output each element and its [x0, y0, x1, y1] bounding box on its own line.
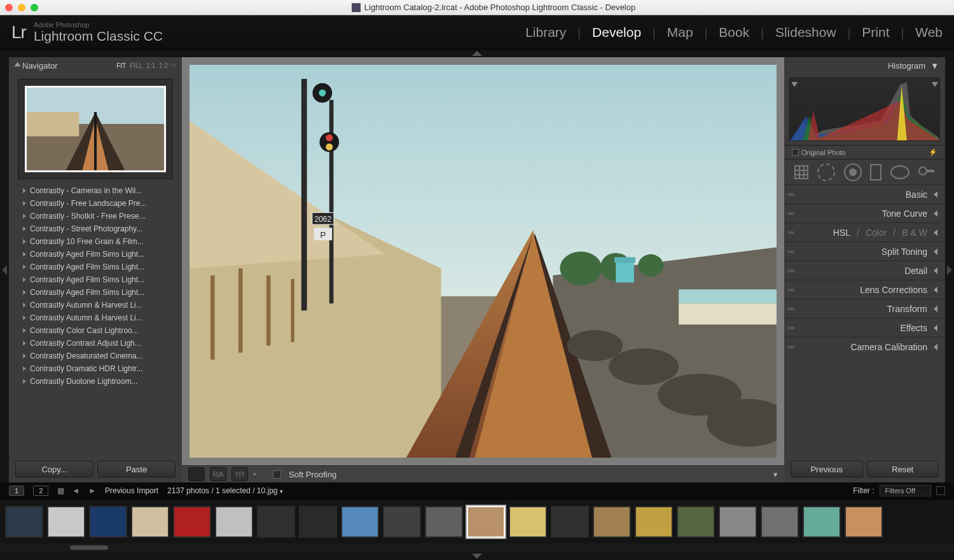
- filmstrip-thumb[interactable]: [593, 506, 631, 538]
- right-panel-toggle[interactable]: [945, 57, 954, 482]
- navigator-preview[interactable]: [18, 79, 173, 179]
- module-tab-web[interactable]: Web: [915, 25, 943, 40]
- module-tab-print[interactable]: Print: [862, 25, 889, 40]
- toolbar-menu-icon[interactable]: ▾: [773, 470, 778, 479]
- preset-folder[interactable]: Contrastly Color Cast Lightroo...: [9, 324, 182, 337]
- panel-switch-icon[interactable]: [788, 289, 794, 291]
- panel-header-hsl[interactable]: HSL/Color/B & W: [784, 222, 945, 242]
- filmstrip-thumb[interactable]: [47, 506, 85, 538]
- panel-switch-icon[interactable]: [788, 346, 794, 348]
- panel-header-effects[interactable]: Effects: [784, 318, 945, 337]
- next-photo-icon[interactable]: ►: [88, 486, 96, 495]
- filmstrip-thumb[interactable]: [131, 506, 169, 538]
- panel-switch-icon[interactable]: [788, 231, 794, 234]
- spot-removal-icon[interactable]: [817, 163, 835, 181]
- histogram-chart[interactable]: [789, 78, 940, 141]
- adjustment-brush-icon[interactable]: [918, 165, 936, 179]
- maximize-icon[interactable]: [31, 4, 38, 11]
- filmstrip-thumb[interactable]: [467, 506, 505, 538]
- filmstrip-thumb[interactable]: [509, 506, 547, 538]
- panel-switch-icon[interactable]: [788, 250, 794, 253]
- display-2-button[interactable]: 2: [33, 486, 48, 496]
- image-canvas[interactable]: 2062 P: [190, 65, 777, 458]
- module-tab-slideshow[interactable]: Slideshow: [775, 25, 836, 40]
- copy-button[interactable]: Copy...: [15, 461, 93, 477]
- zoom-fit[interactable]: FIT: [116, 62, 126, 69]
- panel-switch-icon[interactable]: [788, 212, 794, 215]
- filmstrip-thumb[interactable]: [89, 506, 127, 538]
- zoom-1-1[interactable]: 1:1: [146, 62, 155, 69]
- filter-select[interactable]: Filters Off: [880, 485, 931, 496]
- module-tab-map[interactable]: Map: [667, 25, 693, 40]
- panel-header-detail[interactable]: Detail: [784, 261, 945, 280]
- redeye-tool-icon[interactable]: [844, 163, 862, 181]
- source-label[interactable]: Previous Import: [105, 486, 158, 495]
- minimize-icon[interactable]: [18, 4, 25, 11]
- module-tab-develop[interactable]: Develop: [592, 25, 641, 40]
- preset-folder[interactable]: Contrastly - Shotkit - Free Prese...: [9, 210, 182, 222]
- panel-header-transform[interactable]: Transform: [784, 299, 945, 318]
- before-after-ra-icon[interactable]: R|A: [210, 467, 226, 481]
- before-after-menu[interactable]: ▾: [253, 471, 256, 477]
- before-after-yy-icon[interactable]: Y|Y: [232, 467, 248, 481]
- module-tab-library[interactable]: Library: [525, 25, 566, 40]
- preset-folder[interactable]: Contrastly Aged Film Sims Light...: [9, 248, 182, 261]
- grid-view-icon[interactable]: ▦: [57, 486, 63, 495]
- paste-button[interactable]: Paste: [97, 461, 176, 477]
- preset-list[interactable]: Contrastly - Cameras in the Wil...Contra…: [9, 184, 182, 456]
- panel-header-split-toning[interactable]: Split Toning: [784, 242, 945, 261]
- panel-sublabel[interactable]: Color: [866, 228, 887, 238]
- panel-switch-icon[interactable]: [788, 193, 794, 196]
- preset-folder[interactable]: Contrastly - Cameras in the Wil...: [9, 184, 182, 197]
- panel-switch-icon[interactable]: [788, 270, 794, 272]
- crop-tool-icon[interactable]: [794, 165, 809, 180]
- zoom-menu-icon[interactable]: ◇: [172, 62, 176, 69]
- navigator-zoom-options[interactable]: FIT FILL 1:1 1:2 ◇: [116, 62, 176, 69]
- filmstrip-thumb[interactable]: [425, 506, 463, 538]
- soft-proof-checkbox[interactable]: [273, 470, 281, 479]
- navigator-header[interactable]: Navigator FIT FILL 1:1 1:2 ◇: [9, 57, 182, 74]
- preset-folder[interactable]: Contrastly Dramatic HDR Lightr...: [9, 362, 182, 375]
- module-tab-book[interactable]: Book: [719, 25, 749, 40]
- filmstrip-thumb[interactable]: [719, 506, 757, 538]
- filmstrip-thumb[interactable]: [5, 506, 43, 538]
- left-panel-toggle[interactable]: [0, 57, 9, 482]
- preset-folder[interactable]: Contrastly Autumn & Harvest Li...: [9, 299, 182, 311]
- panel-switch-icon[interactable]: [788, 308, 794, 310]
- zoom-1-2[interactable]: 1:2: [159, 62, 168, 69]
- filmstrip-thumb[interactable]: [677, 506, 715, 538]
- reset-button[interactable]: Reset: [867, 461, 939, 477]
- filmstrip-thumb[interactable]: [551, 506, 589, 538]
- previous-button[interactable]: Previous: [791, 461, 863, 477]
- filmstrip-thumb[interactable]: [341, 506, 379, 538]
- preset-folder[interactable]: Contrastly Autumn & Harvest Li...: [9, 311, 182, 324]
- preset-folder[interactable]: Contrastly Aged Film Sims Light...: [9, 261, 182, 273]
- zoom-fill[interactable]: FILL: [130, 62, 142, 69]
- filmstrip-thumb[interactable]: [173, 506, 211, 538]
- preset-folder[interactable]: Contrastly - Street Photography...: [9, 222, 182, 235]
- filmstrip-thumb[interactable]: [299, 506, 337, 538]
- scrollbar-thumb[interactable]: [70, 545, 108, 550]
- preset-folder[interactable]: Contrastly 10 Free Grain & Film...: [9, 235, 182, 248]
- panel-switch-icon[interactable]: [788, 327, 794, 329]
- radial-filter-icon[interactable]: [890, 165, 909, 179]
- filmstrip[interactable]: [0, 499, 954, 543]
- filmstrip-thumb[interactable]: [215, 506, 253, 538]
- panel-sublabel[interactable]: B & W: [902, 228, 927, 238]
- original-photo-checkbox[interactable]: [792, 149, 799, 156]
- filmstrip-thumb[interactable]: [257, 506, 295, 538]
- filmstrip-thumb[interactable]: [803, 506, 841, 538]
- filmstrip-thumb[interactable]: [761, 506, 799, 538]
- original-photo-row[interactable]: Original Photo ⚡: [784, 145, 945, 159]
- top-panel-toggle[interactable]: [0, 50, 954, 57]
- panel-header-camera-calibration[interactable]: Camera Calibration: [784, 337, 945, 356]
- preset-folder[interactable]: Contrastly Contrast Adjust Ligh...: [9, 337, 182, 350]
- display-1-button[interactable]: 1: [9, 486, 24, 496]
- preset-folder[interactable]: Contrastly - Free Landscape Pre...: [9, 197, 182, 210]
- panel-header-tone-curve[interactable]: Tone Curve: [784, 203, 945, 222]
- panel-header-lens-corrections[interactable]: Lens Corrections: [784, 280, 945, 299]
- filter-lock-icon[interactable]: [936, 486, 945, 495]
- close-icon[interactable]: [5, 4, 13, 11]
- filmstrip-thumb[interactable]: [383, 506, 421, 538]
- filmstrip-thumb[interactable]: [635, 506, 673, 538]
